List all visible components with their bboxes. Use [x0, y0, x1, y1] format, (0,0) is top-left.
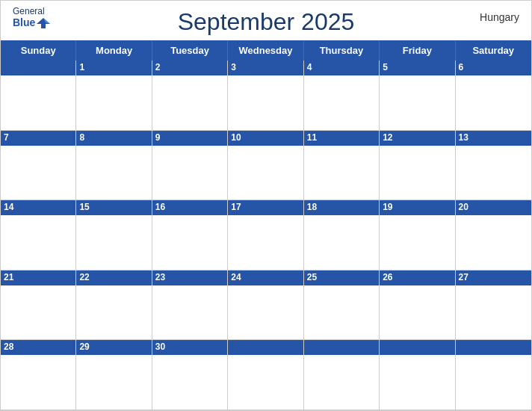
day-number-18: 18: [307, 202, 317, 212]
day-number-21: 21: [4, 272, 13, 282]
day-cell-2: 2: [152, 61, 228, 131]
day-cell-22: 22: [76, 271, 152, 341]
day-cell-17: 17: [228, 200, 303, 271]
day-cell-21: 21: [1, 271, 76, 341]
day-number-28: 28: [4, 342, 13, 352]
day-cell-12: 12: [380, 131, 455, 201]
day-header-friday: Friday: [380, 40, 455, 61]
empty-cell-w4-d3: [228, 340, 303, 410]
calendar-grid: 1234567891011121314151617181920212223242…: [1, 61, 531, 410]
day-cell-15: 15: [76, 200, 152, 271]
day-number-8: 8: [79, 132, 84, 143]
day-number-5: 5: [383, 62, 388, 72]
logo-bird-icon: [37, 16, 50, 30]
day-cell-8: 8: [76, 131, 152, 201]
country-label: Hungary: [480, 11, 519, 23]
day-cell-14: 14: [1, 200, 76, 271]
day-cell-4: 4: [304, 61, 380, 131]
day-number-30: 30: [155, 342, 165, 352]
calendar-header: General Blue September 2025 Hungary: [1, 1, 531, 40]
logo-general-text: General: [13, 7, 45, 16]
day-number-23: 23: [155, 272, 165, 282]
day-cell-13: 13: [456, 131, 531, 201]
day-cell-11: 11: [304, 131, 380, 201]
day-header-sunday: Sunday: [1, 40, 76, 61]
day-cell-16: 16: [152, 200, 228, 271]
day-number-10: 10: [231, 132, 241, 143]
day-number-2: 2: [155, 62, 161, 72]
day-number-12: 12: [383, 132, 392, 143]
days-header: Sunday Monday Tuesday Wednesday Thursday…: [1, 40, 531, 61]
day-number-11: 11: [307, 132, 317, 143]
day-number-7: 7: [4, 132, 9, 143]
day-number-24: 24: [231, 272, 241, 282]
day-cell-9: 9: [152, 131, 228, 201]
day-header-saturday: Saturday: [456, 40, 531, 61]
day-number-14: 14: [4, 202, 13, 212]
day-cell-5: 5: [380, 61, 455, 131]
day-cell-3: 3: [228, 61, 303, 131]
day-cell-6: 6: [456, 61, 531, 131]
day-number-9: 9: [155, 132, 161, 143]
day-number-19: 19: [383, 202, 392, 212]
day-cell-18: 18: [304, 200, 380, 271]
day-cell-30: 30: [152, 340, 228, 410]
empty-cell-w0-d0: [1, 61, 76, 131]
empty-cell-w4-d6: [456, 340, 531, 410]
empty-cell-w4-d5: [380, 340, 455, 410]
calendar-title: September 2025: [178, 8, 355, 36]
day-number-3: 3: [231, 62, 236, 72]
day-number-4: 4: [307, 62, 312, 72]
day-number-20: 20: [459, 202, 468, 212]
day-header-wednesday: Wednesday: [228, 40, 303, 61]
day-number-27: 27: [459, 272, 468, 282]
calendar-container: General Blue September 2025 Hungary Sund…: [0, 0, 532, 411]
day-header-thursday: Thursday: [304, 40, 380, 61]
day-cell-25: 25: [304, 271, 380, 341]
day-number-17: 17: [231, 202, 241, 212]
empty-cell-w4-d4: [304, 340, 380, 410]
day-cell-7: 7: [1, 131, 76, 201]
day-number-25: 25: [307, 272, 317, 282]
day-cell-24: 24: [228, 271, 303, 341]
day-number-15: 15: [79, 202, 89, 212]
day-number-13: 13: [459, 132, 468, 143]
logo: General Blue: [13, 7, 50, 30]
day-number-6: 6: [459, 62, 464, 72]
day-cell-29: 29: [76, 340, 152, 410]
day-number-26: 26: [383, 272, 392, 282]
day-cell-19: 19: [380, 200, 455, 271]
day-header-tuesday: Tuesday: [152, 40, 228, 61]
day-number-22: 22: [79, 272, 89, 282]
day-cell-27: 27: [456, 271, 531, 341]
day-header-monday: Monday: [76, 40, 152, 61]
logo-blue-text: Blue: [13, 17, 35, 28]
day-cell-23: 23: [152, 271, 228, 341]
day-number-1: 1: [79, 62, 84, 72]
day-number-29: 29: [79, 342, 89, 352]
day-cell-10: 10: [228, 131, 303, 201]
day-number-16: 16: [155, 202, 165, 212]
day-cell-26: 26: [380, 271, 455, 341]
day-cell-20: 20: [456, 200, 531, 271]
day-cell-28: 28: [1, 340, 76, 410]
day-cell-1: 1: [76, 61, 152, 131]
